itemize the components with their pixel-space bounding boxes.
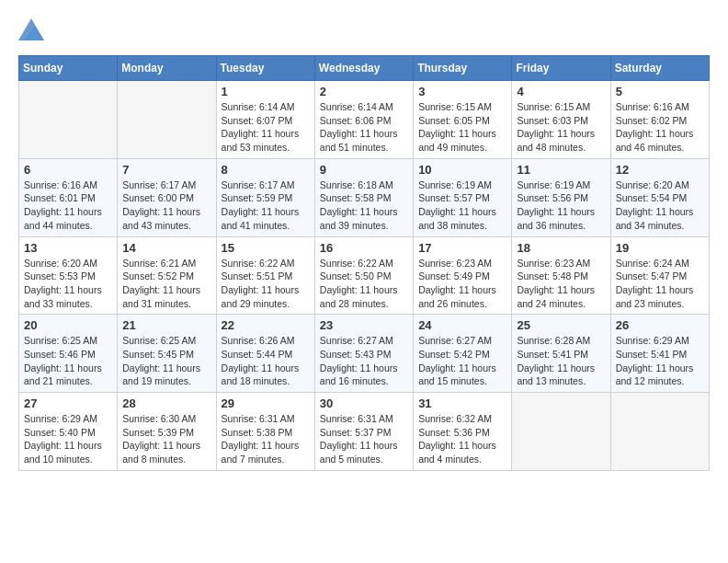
day-number: 23 [320, 318, 408, 332]
day-number: 17 [418, 241, 506, 255]
table-row: 21Sunrise: 6:25 AMSunset: 5:45 PMDayligh… [118, 315, 216, 393]
cell-detail: Sunrise: 6:19 AMSunset: 5:56 PMDaylight:… [517, 178, 605, 233]
table-row: 1Sunrise: 6:14 AMSunset: 6:07 PMDaylight… [216, 81, 314, 159]
cell-detail: Sunrise: 6:24 AMSunset: 5:47 PMDaylight:… [616, 257, 704, 311]
cell-detail: Sunrise: 6:20 AMSunset: 5:54 PMDaylight:… [616, 178, 704, 233]
cell-detail: Sunrise: 6:17 AMSunset: 5:59 PMDaylight:… [222, 178, 310, 233]
table-row: 28Sunrise: 6:30 AMSunset: 5:39 PMDayligh… [118, 393, 216, 471]
day-number: 2 [320, 85, 408, 98]
table-row: 15Sunrise: 6:22 AMSunset: 5:51 PMDayligh… [216, 236, 314, 315]
table-row: 16Sunrise: 6:22 AMSunset: 5:50 PMDayligh… [314, 236, 413, 315]
table-row: 9Sunrise: 6:18 AMSunset: 5:58 PMDaylight… [314, 158, 413, 236]
table-row: 27Sunrise: 6:29 AMSunset: 5:40 PMDayligh… [19, 393, 118, 471]
day-number: 14 [122, 241, 210, 255]
day-number: 28 [122, 396, 210, 410]
cell-detail: Sunrise: 6:14 AMSunset: 6:07 PMDaylight:… [222, 100, 310, 155]
cell-detail: Sunrise: 6:22 AMSunset: 5:51 PMDaylight:… [222, 257, 310, 311]
day-number: 18 [517, 241, 605, 255]
cell-detail: Sunrise: 6:17 AMSunset: 6:00 PMDaylight:… [122, 178, 210, 233]
cell-detail: Sunrise: 6:27 AMSunset: 5:42 PMDaylight:… [418, 334, 506, 388]
table-row: 30Sunrise: 6:31 AMSunset: 5:37 PMDayligh… [314, 393, 413, 471]
cell-detail: Sunrise: 6:15 AMSunset: 6:05 PMDaylight:… [418, 100, 506, 155]
calendar-table: Sunday Monday Tuesday Wednesday Thursday… [18, 55, 710, 471]
table-row [118, 81, 216, 159]
table-row: 8Sunrise: 6:17 AMSunset: 5:59 PMDaylight… [216, 158, 314, 236]
day-number: 30 [320, 396, 408, 410]
table-row: 10Sunrise: 6:19 AMSunset: 5:57 PMDayligh… [414, 158, 512, 236]
day-number: 7 [122, 163, 210, 177]
table-row: 26Sunrise: 6:29 AMSunset: 5:41 PMDayligh… [610, 315, 709, 393]
table-row: 20Sunrise: 6:25 AMSunset: 5:46 PMDayligh… [19, 315, 118, 393]
header-sunday: Sunday [19, 56, 118, 81]
calendar-week-row: 20Sunrise: 6:25 AMSunset: 5:46 PMDayligh… [19, 315, 710, 393]
table-row: 7Sunrise: 6:17 AMSunset: 6:00 PMDaylight… [118, 158, 216, 236]
cell-detail: Sunrise: 6:20 AMSunset: 5:53 PMDaylight:… [24, 257, 112, 311]
cell-detail: Sunrise: 6:25 AMSunset: 5:46 PMDaylight:… [24, 334, 112, 388]
day-number: 1 [222, 85, 310, 98]
day-number: 13 [24, 241, 112, 255]
day-number: 4 [517, 85, 605, 98]
logo [18, 18, 48, 40]
cell-detail: Sunrise: 6:27 AMSunset: 5:43 PMDaylight:… [320, 334, 408, 388]
table-row: 17Sunrise: 6:23 AMSunset: 5:49 PMDayligh… [414, 236, 512, 315]
day-number: 6 [24, 163, 112, 177]
day-number: 31 [418, 396, 506, 410]
day-number: 27 [24, 396, 112, 410]
calendar-week-row: 27Sunrise: 6:29 AMSunset: 5:40 PMDayligh… [19, 393, 710, 471]
day-number: 22 [222, 318, 310, 332]
weekday-header-row: Sunday Monday Tuesday Wednesday Thursday… [19, 56, 710, 81]
table-row: 19Sunrise: 6:24 AMSunset: 5:47 PMDayligh… [610, 236, 709, 315]
day-number: 21 [122, 318, 210, 332]
cell-detail: Sunrise: 6:31 AMSunset: 5:38 PMDaylight:… [222, 412, 310, 466]
day-number: 5 [616, 85, 704, 98]
table-row: 31Sunrise: 6:32 AMSunset: 5:36 PMDayligh… [414, 393, 512, 471]
day-number: 25 [517, 318, 605, 332]
day-number: 11 [517, 163, 605, 177]
table-row: 2Sunrise: 6:14 AMSunset: 6:06 PMDaylight… [314, 81, 413, 159]
table-row: 11Sunrise: 6:19 AMSunset: 5:56 PMDayligh… [512, 158, 610, 236]
day-number: 24 [418, 318, 506, 332]
header-friday: Friday [512, 56, 610, 81]
day-number: 19 [616, 241, 704, 255]
cell-detail: Sunrise: 6:22 AMSunset: 5:50 PMDaylight:… [320, 257, 408, 311]
cell-detail: Sunrise: 6:31 AMSunset: 5:37 PMDaylight:… [320, 412, 408, 466]
cell-detail: Sunrise: 6:14 AMSunset: 6:06 PMDaylight:… [320, 100, 408, 155]
table-row [512, 393, 610, 471]
cell-detail: Sunrise: 6:25 AMSunset: 5:45 PMDaylight:… [122, 334, 210, 388]
cell-detail: Sunrise: 6:26 AMSunset: 5:44 PMDaylight:… [222, 334, 310, 388]
day-number: 20 [24, 318, 112, 332]
cell-detail: Sunrise: 6:23 AMSunset: 5:48 PMDaylight:… [517, 257, 605, 311]
day-number: 16 [320, 241, 408, 255]
header-thursday: Thursday [414, 56, 512, 81]
day-number: 3 [418, 85, 506, 98]
header-monday: Monday [118, 56, 216, 81]
table-row [610, 393, 709, 471]
table-row [19, 81, 118, 159]
cell-detail: Sunrise: 6:23 AMSunset: 5:49 PMDaylight:… [418, 257, 506, 311]
header-wednesday: Wednesday [314, 56, 413, 81]
cell-detail: Sunrise: 6:19 AMSunset: 5:57 PMDaylight:… [418, 178, 506, 233]
table-row: 24Sunrise: 6:27 AMSunset: 5:42 PMDayligh… [414, 315, 512, 393]
cell-detail: Sunrise: 6:16 AMSunset: 6:01 PMDaylight:… [24, 178, 112, 233]
day-number: 9 [320, 163, 408, 177]
day-number: 15 [222, 241, 310, 255]
table-row: 5Sunrise: 6:16 AMSunset: 6:02 PMDaylight… [610, 81, 709, 159]
header-tuesday: Tuesday [216, 56, 314, 81]
cell-detail: Sunrise: 6:16 AMSunset: 6:02 PMDaylight:… [616, 100, 704, 155]
cell-detail: Sunrise: 6:29 AMSunset: 5:40 PMDaylight:… [24, 412, 112, 466]
table-row: 12Sunrise: 6:20 AMSunset: 5:54 PMDayligh… [610, 158, 709, 236]
day-number: 26 [616, 318, 704, 332]
day-number: 12 [616, 163, 704, 177]
table-row: 18Sunrise: 6:23 AMSunset: 5:48 PMDayligh… [512, 236, 610, 315]
cell-detail: Sunrise: 6:28 AMSunset: 5:41 PMDaylight:… [517, 334, 605, 388]
day-number: 29 [222, 396, 310, 410]
logo-icon [18, 18, 44, 40]
table-row: 3Sunrise: 6:15 AMSunset: 6:05 PMDaylight… [414, 81, 512, 159]
table-row: 6Sunrise: 6:16 AMSunset: 6:01 PMDaylight… [19, 158, 118, 236]
cell-detail: Sunrise: 6:21 AMSunset: 5:52 PMDaylight:… [122, 257, 210, 311]
cell-detail: Sunrise: 6:29 AMSunset: 5:41 PMDaylight:… [616, 334, 704, 388]
day-number: 10 [418, 163, 506, 177]
table-row: 13Sunrise: 6:20 AMSunset: 5:53 PMDayligh… [19, 236, 118, 315]
table-row: 29Sunrise: 6:31 AMSunset: 5:38 PMDayligh… [216, 393, 314, 471]
table-row: 25Sunrise: 6:28 AMSunset: 5:41 PMDayligh… [512, 315, 610, 393]
